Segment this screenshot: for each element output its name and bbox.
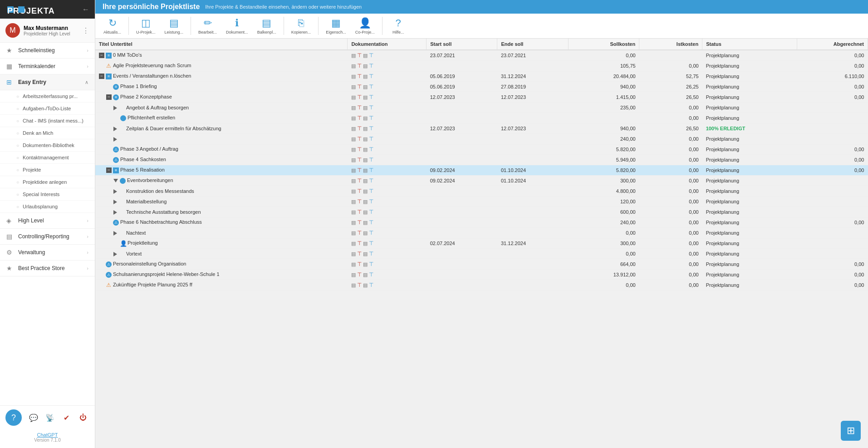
doc-icon-1[interactable]: ▤	[351, 147, 356, 153]
feed-icon[interactable]: 📡	[44, 411, 56, 424]
doc-icon-2[interactable]: ▤	[363, 136, 368, 142]
doc-icon-2[interactable]: ▤	[363, 94, 368, 100]
doc-icon-red[interactable]: ⊤	[357, 125, 362, 132]
sidebar-sub-urlaub[interactable]: Urlaubsplanung	[0, 201, 95, 213]
doc-icon-blue[interactable]: ⊤	[369, 188, 373, 194]
doc-icon-1[interactable]: ▤	[351, 126, 356, 132]
doc-icon-1[interactable]: ▤	[351, 188, 356, 194]
doc-icon-2[interactable]: ▤	[363, 126, 368, 132]
sidebar-sub-projekte[interactable]: Projekte	[0, 164, 95, 176]
doc-icon-red[interactable]: ⊤	[357, 63, 362, 69]
doc-icon-red[interactable]: ⊤	[357, 84, 362, 90]
doc-icon-1[interactable]: ▤	[351, 115, 356, 121]
doc-icon-1[interactable]: ▤	[351, 157, 356, 163]
table-row[interactable]: Vortext▤⊤▤⊤0,000,00Projektplanung	[95, 249, 868, 259]
doc-icon-red[interactable]: ⊤	[357, 240, 362, 246]
toolbar-dokument[interactable]: ℹ Dokument...	[222, 15, 252, 36]
doc-icon-blue[interactable]: ⊤	[369, 125, 373, 132]
chat-icon[interactable]: 💬	[27, 411, 40, 424]
doc-icon-red[interactable]: ⊤	[357, 271, 362, 278]
toolbar-u-projek[interactable]: ◫ U-Projek...	[132, 15, 159, 36]
user-menu-button[interactable]: ⋮	[82, 26, 89, 35]
table-row[interactable]: −≡0 MM ToDo's▤⊤▤⊤23.07.202123.07.20210,0…	[95, 50, 868, 61]
doc-icon-blue[interactable]: ⊤	[369, 136, 373, 142]
table-row[interactable]: ⚠Zukünftige Projekte Planung 2025 ff▤⊤▤⊤…	[95, 280, 868, 290]
doc-icon-red[interactable]: ⊤	[357, 115, 362, 121]
doc-icon-1[interactable]: ▤	[351, 74, 356, 79]
doc-icon-2[interactable]: ▤	[363, 272, 368, 278]
doc-icon-2[interactable]: ▤	[363, 167, 368, 173]
table-row[interactable]: ⚠Schulsanierungsprojekt Helene-Weber-Sch…	[95, 270, 868, 280]
doc-icon-red[interactable]: ⊤	[357, 136, 362, 142]
doc-icon-2[interactable]: ▤	[363, 157, 368, 163]
table-row[interactable]: Nachtext▤⊤▤⊤0,000,00Projektplanung	[95, 228, 868, 238]
doc-icon-1[interactable]: ▤	[351, 282, 356, 288]
table-row[interactable]: ⚠Phase 3 Angebot / Auftrag▤⊤▤⊤5.820,000,…	[95, 144, 868, 155]
table-row[interactable]: −≡Phase 5 Realisation▤⊤▤⊤09.02.202401.10…	[95, 165, 868, 176]
doc-icon-1[interactable]: ▤	[351, 230, 356, 236]
doc-icon-red[interactable]: ⊤	[357, 198, 362, 205]
doc-icon-blue[interactable]: ⊤	[369, 73, 373, 79]
doc-icon-blue[interactable]: ⊤	[369, 115, 373, 121]
doc-icon-1[interactable]: ▤	[351, 136, 356, 142]
toolbar-balkenpl[interactable]: ▤ Balkenpl...	[254, 15, 280, 36]
doc-icon-2[interactable]: ▤	[363, 53, 368, 59]
doc-icon-red[interactable]: ⊤	[357, 146, 362, 153]
table-row[interactable]: ≡Phase 1 Briefing▤⊤▤⊤05.06.201927.08.201…	[95, 82, 868, 92]
doc-icon-blue[interactable]: ⊤	[369, 282, 373, 288]
doc-icon-blue[interactable]: ⊤	[369, 157, 373, 163]
doc-icon-1[interactable]: ▤	[351, 209, 356, 215]
sidebar-item-high-level[interactable]: ◈ High Level ›	[0, 213, 95, 229]
doc-icon-blue[interactable]: ⊤	[369, 94, 373, 100]
table-row[interactable]: 👤Projektleitung▤⊤▤⊤02.07.202431.12.20243…	[95, 238, 868, 249]
sidebar-item-verwaltung[interactable]: ⚙ Verwaltung ›	[0, 245, 95, 261]
doc-icon-1[interactable]: ▤	[351, 178, 356, 184]
sidebar-sub-dokbib[interactable]: Dokumenten-Bibliothek	[0, 139, 95, 152]
doc-icon-2[interactable]: ▤	[363, 115, 368, 121]
doc-icon-1[interactable]: ▤	[351, 261, 356, 267]
doc-icon-2[interactable]: ▤	[363, 230, 368, 236]
doc-icon-blue[interactable]: ⊤	[369, 146, 373, 153]
table-row[interactable]: ▤⊤▤⊤240,000,00Projektplanung	[95, 134, 868, 144]
doc-icon-1[interactable]: ▤	[351, 53, 356, 59]
table-row[interactable]: Zeitplan & Dauer ermitteln für Abschätzu…	[95, 123, 868, 134]
doc-icon-1[interactable]: ▤	[351, 63, 356, 69]
doc-icon-red[interactable]: ⊤	[357, 219, 362, 226]
sidebar-sub-denk[interactable]: Denk an Mich	[0, 127, 95, 139]
back-button[interactable]: ←	[82, 5, 89, 14]
sidebar-item-schnelleinstieg[interactable]: ★ Schnelleinstieg ›	[0, 43, 95, 59]
power-icon[interactable]: ⏻	[77, 411, 89, 424]
sidebar-item-best-practice[interactable]: ★ Best Practice Store ›	[0, 261, 95, 276]
doc-icon-2[interactable]: ▤	[363, 188, 368, 194]
doc-icon-2[interactable]: ▤	[363, 74, 368, 79]
doc-icon-red[interactable]: ⊤	[357, 167, 362, 173]
doc-icon-red[interactable]: ⊤	[357, 261, 362, 267]
doc-icon-blue[interactable]: ⊤	[369, 177, 373, 184]
sidebar-sub-projektidee[interactable]: Projektidee anlegen	[0, 176, 95, 188]
doc-icon-2[interactable]: ▤	[363, 178, 368, 184]
doc-icon-blue[interactable]: ⊤	[369, 167, 373, 173]
doc-icon-blue[interactable]: ⊤	[369, 261, 373, 267]
doc-icon-2[interactable]: ▤	[363, 251, 368, 257]
table-row[interactable]: ⚠Phase 6 Nachbetrachtung Abschluss▤⊤▤⊤24…	[95, 217, 868, 228]
doc-icon-red[interactable]: ⊤	[357, 94, 362, 100]
doc-icon-blue[interactable]: ⊤	[369, 271, 373, 278]
doc-icon-red[interactable]: ⊤	[357, 188, 362, 194]
doc-icon-2[interactable]: ▤	[363, 63, 368, 69]
table-row[interactable]: Eventvorbereitungen▤⊤▤⊤09.02.202401.10.2…	[95, 176, 868, 186]
table-row[interactable]: Materialbestellung▤⊤▤⊤120,000,00Projektp…	[95, 197, 868, 207]
task-icon[interactable]: ✔	[60, 411, 73, 424]
toolbar-eigensch[interactable]: ▦ Eigensch...	[322, 15, 350, 36]
table-row[interactable]: Angebot & Auftrag besorgen▤⊤▤⊤235,000,00…	[95, 103, 868, 113]
doc-icon-red[interactable]: ⊤	[357, 282, 362, 288]
doc-icon-1[interactable]: ▤	[351, 220, 356, 226]
doc-icon-1[interactable]: ▤	[351, 94, 356, 100]
doc-icon-blue[interactable]: ⊤	[369, 219, 373, 226]
doc-icon-2[interactable]: ▤	[363, 261, 368, 267]
doc-icon-1[interactable]: ▤	[351, 105, 356, 111]
table-row[interactable]: ⚠Phase 4 Sachkosten▤⊤▤⊤5.949,000,00Proje…	[95, 155, 868, 165]
table-row[interactable]: ⚠Personaleinstellung Organisation▤⊤▤⊤664…	[95, 259, 868, 270]
doc-icon-2[interactable]: ▤	[363, 209, 368, 215]
toolbar-leistung[interactable]: ▤ Leistung...	[161, 15, 187, 36]
sidebar-item-controlling[interactable]: ▤ Controlling/Reporting ›	[0, 229, 95, 245]
